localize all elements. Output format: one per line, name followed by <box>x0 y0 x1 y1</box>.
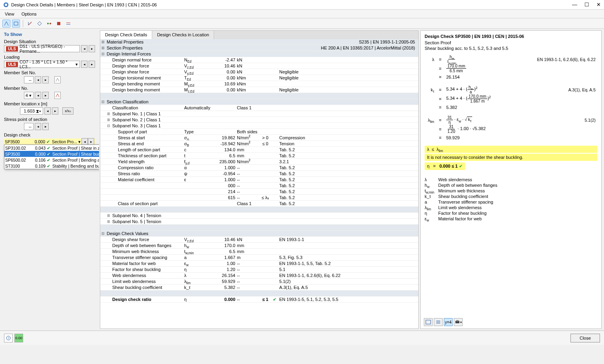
list-item[interactable]: SP6500.020.106✔Section Proof | Bending a… <box>4 157 99 163</box>
toolbar-btn-1[interactable] <box>2 20 10 28</box>
design-check-prev[interactable]: ◂ <box>81 138 88 145</box>
member-set-next[interactable]: ▸ <box>42 76 49 83</box>
table-row[interactable]: ClassificationAutomaticallyClass 1 <box>100 105 418 111</box>
center-panel: Design Check Details Design Checks in Lo… <box>100 30 419 329</box>
member-no-prev[interactable]: ◂ <box>35 92 41 99</box>
units-button[interactable]: 0.00 <box>14 334 23 342</box>
rp-btn-1[interactable] <box>424 318 433 326</box>
legend-row: εwMaterial factor for web <box>425 216 597 221</box>
member-loc-xx0-button[interactable]: x/x₀ <box>62 107 74 115</box>
close-button[interactable]: Close <box>570 334 600 342</box>
menu-view[interactable]: View <box>5 12 14 16</box>
design-situation-combo[interactable]: ULS DS1 - ULS (STR/GEO) - Permane... <box>4 45 80 52</box>
table-row[interactable]: Transverse stiffener spacinga1.667m5.3, … <box>100 255 418 261</box>
table-row[interactable]: Yield strengthfy,d235.000N/mm23.2.1 <box>100 159 418 165</box>
table-row[interactable]: Design check ratioη0.000--≤ 1✔EN 1993-1-… <box>100 297 418 303</box>
check-icon: ✔ <box>46 139 52 144</box>
table-row[interactable]: Design shear forceVy,Ed0.00kNNegligible <box>100 69 418 75</box>
rp-btn-3[interactable]: y=4 <box>444 318 453 326</box>
table-row[interactable]: ⊟Design Internal Forces <box>100 51 418 57</box>
list-item[interactable]: SP35000.000✔Section Proof | Shear buckli… <box>4 151 99 157</box>
table-row[interactable]: Material factor for webεw1.00--EN 1993-1… <box>100 261 418 267</box>
table-row[interactable]: ⊟Subpanel No. 3 | Class 1 <box>100 123 418 129</box>
design-situation-prev[interactable]: ◂ <box>81 45 87 52</box>
list-item[interactable]: ST31000.109✔Stability | Bending and buck… <box>4 163 99 169</box>
table-row[interactable]: 214--Tab. 5.2 <box>100 189 418 195</box>
table-row[interactable]: Limit web slendernessλlim59.929--5.1(2) <box>100 279 418 285</box>
table-row[interactable]: Web slendernessλ26.154--EN 1993-1-1, 6.2… <box>100 273 418 279</box>
stress-point-next[interactable]: ▸ <box>42 123 49 130</box>
loading-next[interactable]: ▸ <box>89 61 95 68</box>
table-row[interactable]: Compression ratioα1.000--Tab. 5.2 <box>100 165 418 171</box>
tab-details[interactable]: Design Check Details <box>100 31 152 39</box>
table-row[interactable]: Depth of web between flangeshw170.0mm <box>100 243 418 249</box>
toolbar-btn-4[interactable] <box>36 20 44 28</box>
table-row[interactable]: Thickness of section partt6.5mmTab. 5.2 <box>100 153 418 159</box>
loading-prev[interactable]: ◂ <box>81 61 87 68</box>
table-row[interactable]: Stress at endσB-18.942N/mm2≤ 0Tension <box>100 141 418 147</box>
member-no-label: Member No. <box>4 86 95 91</box>
minimize-button[interactable]: — <box>572 2 577 8</box>
table-row[interactable]: ⊞Subpanel No. 4 | Tension <box>100 213 418 219</box>
maximize-button[interactable]: ☐ <box>584 2 589 8</box>
member-no-spin[interactable]: 4 ▾ <box>24 92 34 99</box>
toolbar-btn-2[interactable] <box>12 20 20 28</box>
table-row[interactable] <box>100 207 418 213</box>
design-check-header-row[interactable]: SP3500 0.000 ✔ Section Pro... ▾ ◂ ▸ <box>4 138 95 144</box>
toolbar-btn-7[interactable] <box>64 20 72 28</box>
menu-options[interactable]: Options <box>22 12 37 16</box>
table-row[interactable]: Design bending momentMy,Ed10.69kNm <box>100 81 418 87</box>
toolbar-btn-3[interactable] <box>26 20 34 28</box>
table-row[interactable]: ⊟Design Check Values <box>100 231 418 237</box>
table-row[interactable]: Design bending momentMz,Ed0.00kNmNegligi… <box>100 87 418 93</box>
table-row[interactable]: Design normal forceNEd-2.47kN <box>100 57 418 63</box>
table-row[interactable]: ⊞Subpanel No. 5 | Tension <box>100 219 418 225</box>
table-row[interactable]: ⊞Subpanel No. 2 | Class 1 <box>100 117 418 123</box>
stress-point-prev[interactable]: ◂ <box>35 123 41 130</box>
table-row[interactable] <box>100 93 418 99</box>
grid[interactable]: ⊞Material PropertiesS235 | EN 1993-1-1:2… <box>100 39 418 328</box>
design-check-next[interactable]: ▸ <box>88 138 94 145</box>
design-situation-next[interactable]: ▸ <box>89 45 95 52</box>
table-row[interactable]: Design torsional momentTEd0.00kNmNegligi… <box>100 75 418 81</box>
rp-title: Design Check SP3500 | EN 1993 | CEN | 20… <box>425 34 597 39</box>
rp-btn-2[interactable] <box>434 318 443 326</box>
table-row[interactable]: Stress ratioψ-0.954--Tab. 5.2 <box>100 171 418 177</box>
pick-member-set-icon[interactable] <box>54 76 61 83</box>
stress-point-spin[interactable]: -- <box>24 123 34 130</box>
member-set-prev[interactable]: ◂ <box>35 76 41 83</box>
svg-rect-2 <box>14 22 18 25</box>
toolbar-btn-6[interactable] <box>55 20 63 28</box>
help-icon[interactable]: ? <box>4 334 13 342</box>
table-row[interactable]: 615--≤ λ₁Tab. 5.2 <box>100 195 418 201</box>
tab-location[interactable]: Design Checks in Location <box>152 31 214 39</box>
pick-member-icon[interactable] <box>54 92 61 99</box>
table-row[interactable]: ⊟Section Classification <box>100 99 418 105</box>
table-row[interactable]: Factor for shear bucklingη1.20--5.1 <box>100 267 418 273</box>
table-row[interactable]: Class of section partClass 1Tab. 5.2 <box>100 201 418 207</box>
member-no-next[interactable]: ▸ <box>42 92 49 99</box>
table-row[interactable]: Stress at startσA19.862N/mm2> 0Compressi… <box>100 135 418 141</box>
loading-combo[interactable]: ULS CO7 - 1.35 * LC1 + 1.50 * LC3... ▾ <box>4 61 80 68</box>
table-row[interactable]: ⊞Material PropertiesS235 | EN 1993-1-1:2… <box>100 39 418 45</box>
table-row[interactable]: Design shear forceVz,Ed10.46kNEN 1993-1-… <box>100 237 418 243</box>
table-row[interactable]: Material coefficientε1.000--Tab. 5.2 <box>100 177 418 183</box>
member-loc-next[interactable]: ▸ <box>52 107 58 115</box>
list-item[interactable]: SP3100.020.043✔Section Proof | Shear in … <box>4 145 99 151</box>
member-set-spin[interactable]: -- <box>24 76 34 83</box>
toolbar-btn-5[interactable] <box>45 20 53 28</box>
table-row[interactable] <box>100 291 418 297</box>
print-icon[interactable]: ▾ <box>454 318 463 326</box>
table-row[interactable]: Length of section partc134.0mmTab. 5.2 <box>100 147 418 153</box>
table-row[interactable] <box>100 225 418 231</box>
member-loc-prev[interactable]: ◂ <box>44 107 51 115</box>
table-row[interactable]: Support of partTypeBoth sides <box>100 129 418 135</box>
table-row[interactable]: 000--Tab. 5.2 <box>100 183 418 189</box>
table-row[interactable]: ⊞Section PropertiesHE 200 A | EN 10365:2… <box>100 45 418 51</box>
close-window-button[interactable]: ✕ <box>596 2 601 8</box>
table-row[interactable]: ⊞Subpanel No. 1 | Class 1 <box>100 111 418 117</box>
member-loc-spin[interactable]: 1.603 ⧗▾ <box>20 107 43 115</box>
table-row[interactable]: Shear buckling coefficientk_τ5.382--A.3(… <box>100 285 418 291</box>
table-row[interactable]: Design shear forceVz,Ed10.46kN <box>100 63 418 69</box>
table-row[interactable]: Minimum web thicknesstw,min6.5mm <box>100 249 418 255</box>
